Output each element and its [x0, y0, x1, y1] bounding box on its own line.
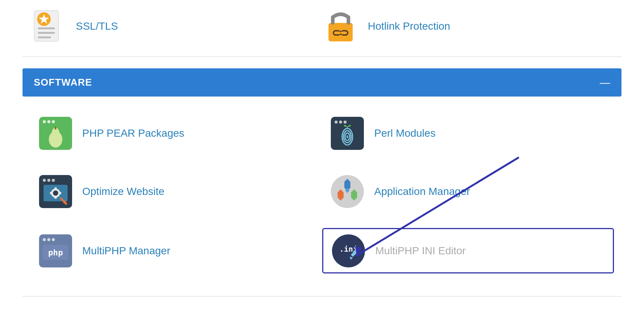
- software-section-header[interactable]: SOFTWARE —: [23, 68, 621, 97]
- collapse-button[interactable]: —: [600, 77, 610, 88]
- software-grid: PHP PEAR Packages: [23, 97, 621, 288]
- ssl-tls-icon: [30, 8, 68, 45]
- svg-point-28: [347, 135, 348, 138]
- hotlink-protection-icon: [322, 8, 360, 45]
- multiphp-manager-label: MultiPHP Manager: [82, 245, 170, 257]
- svg-point-32: [47, 179, 50, 182]
- perl-modules-label: Perl Modules: [374, 127, 436, 139]
- hotlink-protection-label: Hotlink Protection: [368, 20, 450, 32]
- multiphp-ini-editor-item[interactable]: .ini MultiPHP INI Editor: [322, 228, 614, 273]
- optimize-website-icon: [38, 174, 73, 209]
- svg-point-23: [339, 121, 342, 124]
- php-pear-icon: [38, 115, 73, 151]
- multiphp-manager-item[interactable]: php MultiPHP Manager: [30, 228, 322, 273]
- ssl-tls-item[interactable]: SSL/TLS: [30, 8, 322, 45]
- svg-rect-38: [54, 197, 57, 199]
- php-pear-item[interactable]: PHP PEAR Packages: [30, 112, 322, 155]
- svg-point-14: [43, 120, 46, 123]
- application-manager-item[interactable]: Application Manager: [322, 170, 614, 213]
- svg-point-33: [52, 179, 55, 182]
- multiphp-ini-editor-label: MultiPHP INI Editor: [376, 245, 466, 257]
- svg-rect-2: [38, 27, 55, 29]
- svg-point-50: [43, 238, 46, 241]
- svg-rect-39: [50, 192, 52, 194]
- software-section-title: SOFTWARE: [34, 77, 92, 88]
- top-divider: [23, 56, 621, 57]
- top-section: SSL/TLS: [0, 0, 644, 56]
- bottom-divider: [23, 296, 621, 297]
- ssl-tls-label: SSL/TLS: [76, 20, 118, 32]
- svg-rect-37: [54, 187, 57, 189]
- svg-rect-40: [59, 192, 61, 194]
- svg-rect-3: [38, 32, 55, 34]
- perl-modules-icon: [330, 115, 365, 151]
- svg-point-51: [47, 238, 50, 241]
- svg-point-16: [52, 120, 55, 123]
- svg-text:php: php: [48, 248, 63, 257]
- optimize-website-item[interactable]: Optimize Website: [30, 170, 322, 213]
- svg-point-15: [47, 120, 50, 123]
- optimize-website-label: Optimize Website: [82, 186, 164, 198]
- svg-point-31: [43, 179, 46, 182]
- multiphp-manager-icon: php: [38, 233, 73, 269]
- page-wrapper: SSL/TLS: [0, 0, 644, 297]
- svg-point-36: [53, 190, 58, 196]
- php-pear-label: PHP PEAR Packages: [82, 127, 184, 139]
- svg-point-24: [344, 121, 347, 124]
- svg-point-22: [335, 121, 338, 124]
- hotlink-protection-item[interactable]: Hotlink Protection: [322, 8, 614, 45]
- svg-rect-19: [55, 127, 56, 130]
- application-manager-label: Application Manager: [374, 186, 470, 198]
- application-manager-icon: [330, 174, 365, 209]
- perl-modules-item[interactable]: Perl Modules: [322, 112, 614, 155]
- svg-point-52: [52, 238, 55, 241]
- svg-rect-4: [38, 36, 51, 38]
- multiphp-ini-editor-icon: .ini: [331, 233, 366, 269]
